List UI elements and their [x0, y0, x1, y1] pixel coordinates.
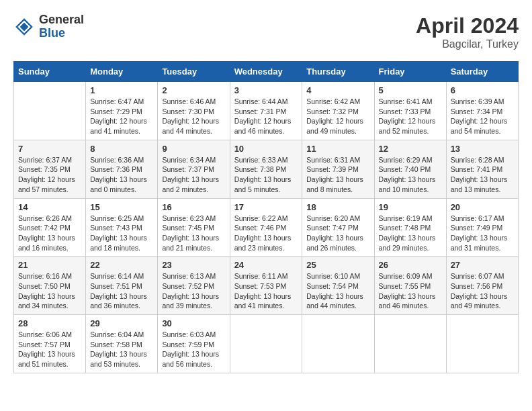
calendar-cell: 28Sunrise: 6:06 AM Sunset: 7:57 PM Dayli… — [14, 315, 86, 373]
day-info: Sunrise: 6:11 AM Sunset: 7:53 PM Dayligh… — [234, 271, 298, 311]
day-info: Sunrise: 6:22 AM Sunset: 7:46 PM Dayligh… — [234, 214, 298, 253]
calendar-cell: 14Sunrise: 6:26 AM Sunset: 7:42 PM Dayli… — [14, 198, 86, 257]
page-header: General Blue April 2024 Bagcilar, Turkey — [13, 13, 519, 50]
week-row-2: 7Sunrise: 6:37 AM Sunset: 7:35 PM Daylig… — [14, 140, 519, 198]
day-number: 25 — [306, 260, 369, 270]
logo-icon — [13, 16, 35, 38]
calendar-cell: 2Sunrise: 6:46 AM Sunset: 7:30 PM Daylig… — [158, 82, 230, 140]
logo: General Blue — [13, 13, 84, 40]
logo-blue-text: Blue — [39, 27, 84, 40]
calendar-title: April 2024 — [416, 13, 519, 38]
calendar-cell: 18Sunrise: 6:20 AM Sunset: 7:47 PM Dayli… — [302, 198, 374, 257]
calendar-cell — [374, 315, 446, 373]
calendar-cell: 7Sunrise: 6:37 AM Sunset: 7:35 PM Daylig… — [14, 140, 86, 198]
day-info: Sunrise: 6:47 AM Sunset: 7:29 PM Dayligh… — [90, 97, 153, 136]
calendar-cell: 15Sunrise: 6:25 AM Sunset: 7:43 PM Dayli… — [86, 198, 158, 257]
day-number: 26 — [379, 260, 442, 270]
calendar-cell: 3Sunrise: 6:44 AM Sunset: 7:31 PM Daylig… — [230, 82, 302, 140]
calendar-cell: 23Sunrise: 6:13 AM Sunset: 7:52 PM Dayli… — [158, 257, 230, 315]
calendar-cell: 10Sunrise: 6:33 AM Sunset: 7:38 PM Dayli… — [230, 140, 302, 198]
calendar-cell: 25Sunrise: 6:10 AM Sunset: 7:54 PM Dayli… — [302, 257, 374, 315]
day-info: Sunrise: 6:17 AM Sunset: 7:49 PM Dayligh… — [451, 214, 514, 253]
day-info: Sunrise: 6:26 AM Sunset: 7:42 PM Dayligh… — [18, 214, 81, 253]
calendar-cell: 12Sunrise: 6:29 AM Sunset: 7:40 PM Dayli… — [374, 140, 446, 198]
day-number: 18 — [306, 202, 369, 212]
day-number: 8 — [90, 144, 153, 154]
day-number: 13 — [451, 144, 514, 154]
calendar-cell: 8Sunrise: 6:36 AM Sunset: 7:36 PM Daylig… — [86, 140, 158, 198]
calendar-cell — [230, 315, 302, 373]
header-day-wednesday: Wednesday — [230, 62, 302, 82]
day-number: 22 — [90, 260, 153, 270]
day-number: 1 — [90, 85, 153, 95]
calendar-cell: 29Sunrise: 6:04 AM Sunset: 7:58 PM Dayli… — [86, 315, 158, 373]
calendar-cell: 30Sunrise: 6:03 AM Sunset: 7:59 PM Dayli… — [158, 315, 230, 373]
day-number: 20 — [451, 202, 514, 212]
week-row-4: 21Sunrise: 6:16 AM Sunset: 7:50 PM Dayli… — [14, 257, 519, 315]
day-number: 5 — [379, 85, 442, 95]
day-info: Sunrise: 6:28 AM Sunset: 7:41 PM Dayligh… — [451, 155, 514, 195]
day-number: 16 — [162, 202, 225, 212]
day-number: 3 — [234, 85, 298, 95]
week-row-5: 28Sunrise: 6:06 AM Sunset: 7:57 PM Dayli… — [14, 315, 519, 373]
calendar-cell: 4Sunrise: 6:42 AM Sunset: 7:32 PM Daylig… — [302, 82, 374, 140]
day-info: Sunrise: 6:03 AM Sunset: 7:59 PM Dayligh… — [162, 330, 225, 369]
day-number: 21 — [18, 260, 81, 270]
day-info: Sunrise: 6:34 AM Sunset: 7:37 PM Dayligh… — [162, 155, 225, 195]
day-number: 17 — [234, 202, 298, 212]
calendar-cell: 9Sunrise: 6:34 AM Sunset: 7:37 PM Daylig… — [158, 140, 230, 198]
header-day-saturday: Saturday — [446, 62, 518, 82]
day-info: Sunrise: 6:46 AM Sunset: 7:30 PM Dayligh… — [162, 97, 225, 136]
calendar-cell: 6Sunrise: 6:39 AM Sunset: 7:34 PM Daylig… — [446, 82, 518, 140]
day-number: 12 — [379, 144, 442, 154]
day-info: Sunrise: 6:20 AM Sunset: 7:47 PM Dayligh… — [306, 214, 369, 253]
header-row: SundayMondayTuesdayWednesdayThursdayFrid… — [14, 62, 519, 82]
day-info: Sunrise: 6:06 AM Sunset: 7:57 PM Dayligh… — [18, 330, 81, 369]
day-number: 30 — [162, 318, 225, 328]
day-info: Sunrise: 6:36 AM Sunset: 7:36 PM Dayligh… — [90, 155, 153, 195]
calendar-cell: 22Sunrise: 6:14 AM Sunset: 7:51 PM Dayli… — [86, 257, 158, 315]
calendar-cell — [302, 315, 374, 373]
day-number: 11 — [306, 144, 369, 154]
day-info: Sunrise: 6:42 AM Sunset: 7:32 PM Dayligh… — [306, 97, 369, 136]
day-info: Sunrise: 6:09 AM Sunset: 7:55 PM Dayligh… — [379, 271, 442, 311]
calendar-location: Bagcilar, Turkey — [416, 38, 519, 50]
header-day-tuesday: Tuesday — [158, 62, 230, 82]
logo-general-text: General — [39, 13, 84, 27]
calendar-cell — [446, 315, 518, 373]
header-day-friday: Friday — [374, 62, 446, 82]
week-row-1: 1Sunrise: 6:47 AM Sunset: 7:29 PM Daylig… — [14, 82, 519, 140]
day-number: 28 — [18, 318, 81, 328]
calendar-cell: 13Sunrise: 6:28 AM Sunset: 7:41 PM Dayli… — [446, 140, 518, 198]
day-number: 7 — [18, 144, 81, 154]
calendar-cell — [14, 82, 86, 140]
day-number: 6 — [451, 85, 514, 95]
header-day-monday: Monday — [86, 62, 158, 82]
calendar-cell: 24Sunrise: 6:11 AM Sunset: 7:53 PM Dayli… — [230, 257, 302, 315]
calendar-cell: 16Sunrise: 6:23 AM Sunset: 7:45 PM Dayli… — [158, 198, 230, 257]
day-number: 29 — [90, 318, 153, 328]
week-row-3: 14Sunrise: 6:26 AM Sunset: 7:42 PM Dayli… — [14, 198, 519, 257]
day-number: 4 — [306, 85, 369, 95]
day-info: Sunrise: 6:10 AM Sunset: 7:54 PM Dayligh… — [306, 271, 369, 311]
calendar-cell: 5Sunrise: 6:41 AM Sunset: 7:33 PM Daylig… — [374, 82, 446, 140]
calendar-cell: 21Sunrise: 6:16 AM Sunset: 7:50 PM Dayli… — [14, 257, 86, 315]
day-number: 2 — [162, 85, 225, 95]
day-info: Sunrise: 6:13 AM Sunset: 7:52 PM Dayligh… — [162, 271, 225, 311]
logo-text: General Blue — [39, 13, 84, 40]
calendar-cell: 1Sunrise: 6:47 AM Sunset: 7:29 PM Daylig… — [86, 82, 158, 140]
day-info: Sunrise: 6:44 AM Sunset: 7:31 PM Dayligh… — [234, 97, 298, 136]
calendar-cell: 20Sunrise: 6:17 AM Sunset: 7:49 PM Dayli… — [446, 198, 518, 257]
day-number: 9 — [162, 144, 225, 154]
day-info: Sunrise: 6:16 AM Sunset: 7:50 PM Dayligh… — [18, 271, 81, 311]
calendar-cell: 17Sunrise: 6:22 AM Sunset: 7:46 PM Dayli… — [230, 198, 302, 257]
calendar-cell: 19Sunrise: 6:19 AM Sunset: 7:48 PM Dayli… — [374, 198, 446, 257]
calendar-cell: 11Sunrise: 6:31 AM Sunset: 7:39 PM Dayli… — [302, 140, 374, 198]
day-number: 23 — [162, 260, 225, 270]
day-info: Sunrise: 6:25 AM Sunset: 7:43 PM Dayligh… — [90, 214, 153, 253]
day-info: Sunrise: 6:39 AM Sunset: 7:34 PM Dayligh… — [451, 97, 514, 136]
header-day-sunday: Sunday — [14, 62, 86, 82]
day-number: 15 — [90, 202, 153, 212]
calendar-cell: 26Sunrise: 6:09 AM Sunset: 7:55 PM Dayli… — [374, 257, 446, 315]
day-info: Sunrise: 6:37 AM Sunset: 7:35 PM Dayligh… — [18, 155, 81, 195]
